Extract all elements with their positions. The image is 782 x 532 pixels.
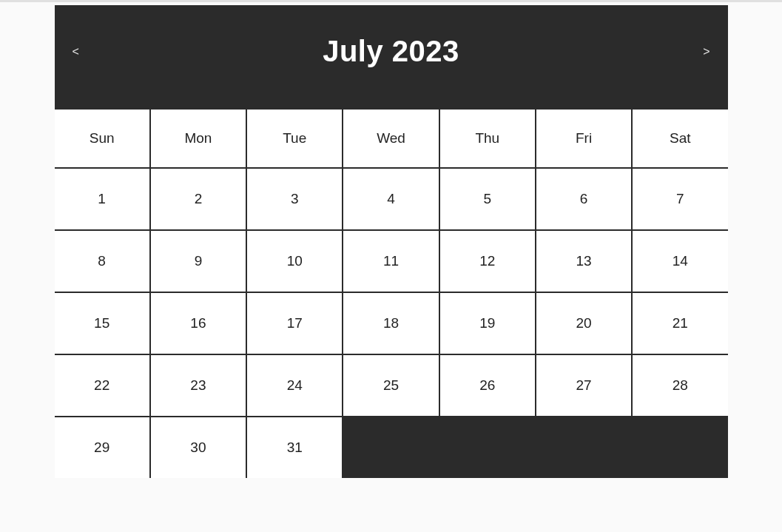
next-month-button[interactable]: > xyxy=(698,42,714,61)
calendar-day-cell[interactable]: 18 xyxy=(343,293,438,354)
day-of-week-header: Sat xyxy=(633,110,727,167)
calendar-day-cell[interactable]: 23 xyxy=(151,355,246,416)
calendar-grid: SunMonTueWedThuFriSat1234567891011121314… xyxy=(55,105,728,478)
calendar-day-cell[interactable]: 6 xyxy=(536,169,631,229)
calendar-day-cell[interactable]: 5 xyxy=(440,169,535,229)
calendar-day-cell[interactable]: 29 xyxy=(55,417,149,478)
calendar-day-cell[interactable]: 22 xyxy=(55,355,149,416)
calendar-empty-cell xyxy=(536,417,631,478)
calendar-day-cell[interactable]: 19 xyxy=(440,293,535,354)
calendar-day-cell[interactable]: 17 xyxy=(247,293,342,354)
calendar-day-cell[interactable]: 9 xyxy=(151,231,246,292)
calendar-header: < July 2023 > xyxy=(55,5,728,105)
calendar-day-cell[interactable]: 30 xyxy=(151,417,246,478)
calendar-day-cell[interactable]: 31 xyxy=(247,417,342,478)
calendar-day-cell[interactable]: 28 xyxy=(633,355,727,416)
prev-month-button[interactable]: < xyxy=(68,42,84,61)
calendar-day-cell[interactable]: 11 xyxy=(343,231,438,292)
calendar-day-cell[interactable]: 7 xyxy=(633,169,727,229)
day-of-week-header: Fri xyxy=(536,110,631,167)
day-of-week-header: Thu xyxy=(440,110,535,167)
calendar-day-cell[interactable]: 4 xyxy=(343,169,438,229)
calendar-day-cell[interactable]: 26 xyxy=(440,355,535,416)
calendar-empty-cell xyxy=(440,417,535,478)
calendar-day-cell[interactable]: 1 xyxy=(55,169,149,229)
calendar-day-cell[interactable]: 3 xyxy=(247,169,342,229)
calendar-day-cell[interactable]: 21 xyxy=(633,293,727,354)
calendar-day-cell[interactable]: 2 xyxy=(151,169,246,229)
calendar-day-cell[interactable]: 14 xyxy=(633,231,727,292)
calendar-title: July 2023 xyxy=(323,35,459,68)
calendar-day-cell[interactable]: 27 xyxy=(536,355,631,416)
day-of-week-header: Sun xyxy=(55,110,149,167)
calendar-day-cell[interactable]: 25 xyxy=(343,355,438,416)
calendar-day-cell[interactable]: 20 xyxy=(536,293,631,354)
calendar-empty-cell xyxy=(633,417,727,478)
day-of-week-header: Tue xyxy=(247,110,342,167)
calendar-day-cell[interactable]: 8 xyxy=(55,231,149,292)
calendar-empty-cell xyxy=(343,417,438,478)
day-of-week-header: Wed xyxy=(343,110,438,167)
calendar-day-cell[interactable]: 10 xyxy=(247,231,342,292)
calendar-day-cell[interactable]: 24 xyxy=(247,355,342,416)
day-of-week-header: Mon xyxy=(151,110,246,167)
calendar-day-cell[interactable]: 16 xyxy=(151,293,246,354)
calendar: < July 2023 > SunMonTueWedThuFriSat12345… xyxy=(55,5,728,478)
calendar-day-cell[interactable]: 12 xyxy=(440,231,535,292)
calendar-day-cell[interactable]: 15 xyxy=(55,293,149,354)
calendar-day-cell[interactable]: 13 xyxy=(536,231,631,292)
